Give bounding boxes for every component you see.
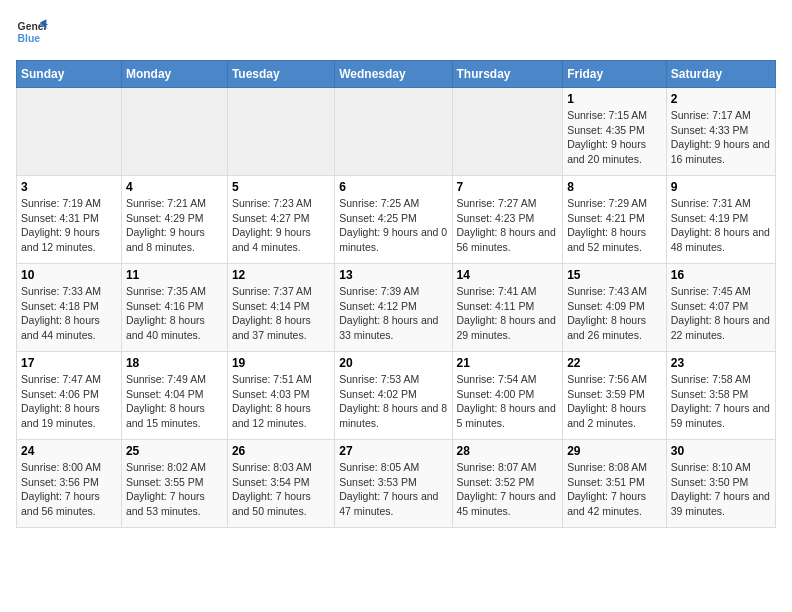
calendar-table: SundayMondayTuesdayWednesdayThursdayFrid… (16, 60, 776, 528)
day-info: Sunrise: 7:27 AM Sunset: 4:23 PM Dayligh… (457, 196, 559, 255)
day-info: Sunrise: 7:43 AM Sunset: 4:09 PM Dayligh… (567, 284, 662, 343)
day-number: 29 (567, 444, 662, 458)
day-number: 14 (457, 268, 559, 282)
day-cell (227, 88, 334, 176)
header-cell-saturday: Saturday (666, 61, 775, 88)
day-number: 26 (232, 444, 330, 458)
day-cell: 17Sunrise: 7:47 AM Sunset: 4:06 PM Dayli… (17, 352, 122, 440)
day-number: 22 (567, 356, 662, 370)
day-cell: 29Sunrise: 8:08 AM Sunset: 3:51 PM Dayli… (563, 440, 667, 528)
day-number: 18 (126, 356, 223, 370)
day-info: Sunrise: 7:15 AM Sunset: 4:35 PM Dayligh… (567, 108, 662, 167)
header-cell-monday: Monday (121, 61, 227, 88)
day-cell: 9Sunrise: 7:31 AM Sunset: 4:19 PM Daylig… (666, 176, 775, 264)
day-number: 12 (232, 268, 330, 282)
day-info: Sunrise: 7:29 AM Sunset: 4:21 PM Dayligh… (567, 196, 662, 255)
day-info: Sunrise: 7:25 AM Sunset: 4:25 PM Dayligh… (339, 196, 447, 255)
day-cell (121, 88, 227, 176)
day-number: 1 (567, 92, 662, 106)
day-cell: 10Sunrise: 7:33 AM Sunset: 4:18 PM Dayli… (17, 264, 122, 352)
day-info: Sunrise: 7:21 AM Sunset: 4:29 PM Dayligh… (126, 196, 223, 255)
day-cell: 15Sunrise: 7:43 AM Sunset: 4:09 PM Dayli… (563, 264, 667, 352)
day-number: 16 (671, 268, 771, 282)
day-info: Sunrise: 7:33 AM Sunset: 4:18 PM Dayligh… (21, 284, 117, 343)
header-cell-tuesday: Tuesday (227, 61, 334, 88)
week-row-5: 24Sunrise: 8:00 AM Sunset: 3:56 PM Dayli… (17, 440, 776, 528)
day-cell: 18Sunrise: 7:49 AM Sunset: 4:04 PM Dayli… (121, 352, 227, 440)
day-info: Sunrise: 8:07 AM Sunset: 3:52 PM Dayligh… (457, 460, 559, 519)
week-row-2: 3Sunrise: 7:19 AM Sunset: 4:31 PM Daylig… (17, 176, 776, 264)
day-info: Sunrise: 8:08 AM Sunset: 3:51 PM Dayligh… (567, 460, 662, 519)
day-cell: 14Sunrise: 7:41 AM Sunset: 4:11 PM Dayli… (452, 264, 563, 352)
day-info: Sunrise: 7:53 AM Sunset: 4:02 PM Dayligh… (339, 372, 447, 431)
day-info: Sunrise: 7:56 AM Sunset: 3:59 PM Dayligh… (567, 372, 662, 431)
week-row-1: 1Sunrise: 7:15 AM Sunset: 4:35 PM Daylig… (17, 88, 776, 176)
day-cell: 20Sunrise: 7:53 AM Sunset: 4:02 PM Dayli… (335, 352, 452, 440)
day-cell (17, 88, 122, 176)
day-info: Sunrise: 8:05 AM Sunset: 3:53 PM Dayligh… (339, 460, 447, 519)
week-row-3: 10Sunrise: 7:33 AM Sunset: 4:18 PM Dayli… (17, 264, 776, 352)
day-cell: 28Sunrise: 8:07 AM Sunset: 3:52 PM Dayli… (452, 440, 563, 528)
week-row-4: 17Sunrise: 7:47 AM Sunset: 4:06 PM Dayli… (17, 352, 776, 440)
day-number: 23 (671, 356, 771, 370)
day-number: 7 (457, 180, 559, 194)
day-number: 13 (339, 268, 447, 282)
day-number: 25 (126, 444, 223, 458)
header: General Blue (16, 16, 776, 48)
day-info: Sunrise: 8:02 AM Sunset: 3:55 PM Dayligh… (126, 460, 223, 519)
day-cell: 16Sunrise: 7:45 AM Sunset: 4:07 PM Dayli… (666, 264, 775, 352)
day-cell: 24Sunrise: 8:00 AM Sunset: 3:56 PM Dayli… (17, 440, 122, 528)
day-number: 15 (567, 268, 662, 282)
logo: General Blue (16, 16, 52, 48)
day-cell: 25Sunrise: 8:02 AM Sunset: 3:55 PM Dayli… (121, 440, 227, 528)
day-number: 20 (339, 356, 447, 370)
day-cell: 26Sunrise: 8:03 AM Sunset: 3:54 PM Dayli… (227, 440, 334, 528)
day-cell: 6Sunrise: 7:25 AM Sunset: 4:25 PM Daylig… (335, 176, 452, 264)
day-info: Sunrise: 7:41 AM Sunset: 4:11 PM Dayligh… (457, 284, 559, 343)
day-number: 6 (339, 180, 447, 194)
header-cell-friday: Friday (563, 61, 667, 88)
day-number: 19 (232, 356, 330, 370)
day-cell: 23Sunrise: 7:58 AM Sunset: 3:58 PM Dayli… (666, 352, 775, 440)
day-info: Sunrise: 8:10 AM Sunset: 3:50 PM Dayligh… (671, 460, 771, 519)
day-cell: 22Sunrise: 7:56 AM Sunset: 3:59 PM Dayli… (563, 352, 667, 440)
day-cell: 3Sunrise: 7:19 AM Sunset: 4:31 PM Daylig… (17, 176, 122, 264)
day-number: 5 (232, 180, 330, 194)
day-info: Sunrise: 8:00 AM Sunset: 3:56 PM Dayligh… (21, 460, 117, 519)
day-cell: 2Sunrise: 7:17 AM Sunset: 4:33 PM Daylig… (666, 88, 775, 176)
day-info: Sunrise: 7:23 AM Sunset: 4:27 PM Dayligh… (232, 196, 330, 255)
day-number: 10 (21, 268, 117, 282)
header-cell-thursday: Thursday (452, 61, 563, 88)
day-number: 3 (21, 180, 117, 194)
day-number: 8 (567, 180, 662, 194)
day-number: 9 (671, 180, 771, 194)
day-number: 30 (671, 444, 771, 458)
svg-text:Blue: Blue (18, 33, 41, 44)
day-number: 2 (671, 92, 771, 106)
day-cell (452, 88, 563, 176)
header-cell-wednesday: Wednesday (335, 61, 452, 88)
day-info: Sunrise: 7:45 AM Sunset: 4:07 PM Dayligh… (671, 284, 771, 343)
day-number: 11 (126, 268, 223, 282)
logo-icon: General Blue (16, 16, 48, 48)
day-info: Sunrise: 7:35 AM Sunset: 4:16 PM Dayligh… (126, 284, 223, 343)
day-cell: 7Sunrise: 7:27 AM Sunset: 4:23 PM Daylig… (452, 176, 563, 264)
day-number: 4 (126, 180, 223, 194)
header-cell-sunday: Sunday (17, 61, 122, 88)
day-info: Sunrise: 7:39 AM Sunset: 4:12 PM Dayligh… (339, 284, 447, 343)
day-cell: 4Sunrise: 7:21 AM Sunset: 4:29 PM Daylig… (121, 176, 227, 264)
day-cell: 30Sunrise: 8:10 AM Sunset: 3:50 PM Dayli… (666, 440, 775, 528)
day-cell: 1Sunrise: 7:15 AM Sunset: 4:35 PM Daylig… (563, 88, 667, 176)
day-cell: 13Sunrise: 7:39 AM Sunset: 4:12 PM Dayli… (335, 264, 452, 352)
day-number: 28 (457, 444, 559, 458)
header-row: SundayMondayTuesdayWednesdayThursdayFrid… (17, 61, 776, 88)
day-number: 24 (21, 444, 117, 458)
day-number: 21 (457, 356, 559, 370)
day-info: Sunrise: 7:54 AM Sunset: 4:00 PM Dayligh… (457, 372, 559, 431)
day-info: Sunrise: 8:03 AM Sunset: 3:54 PM Dayligh… (232, 460, 330, 519)
day-number: 27 (339, 444, 447, 458)
day-info: Sunrise: 7:37 AM Sunset: 4:14 PM Dayligh… (232, 284, 330, 343)
day-info: Sunrise: 7:51 AM Sunset: 4:03 PM Dayligh… (232, 372, 330, 431)
day-cell: 19Sunrise: 7:51 AM Sunset: 4:03 PM Dayli… (227, 352, 334, 440)
day-cell (335, 88, 452, 176)
